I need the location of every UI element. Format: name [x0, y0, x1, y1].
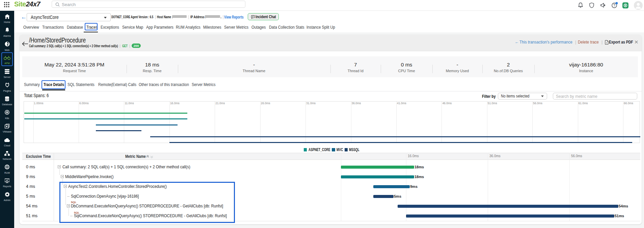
- svg-text:?: ?: [613, 3, 615, 7]
- svg-text:▾: ▾: [606, 42, 607, 44]
